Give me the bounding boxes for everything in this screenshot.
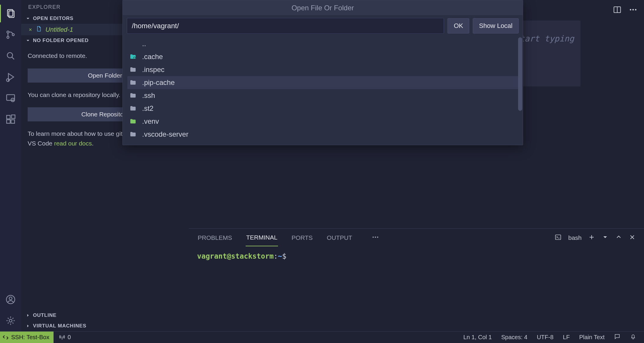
panel-close-icon[interactable]: [629, 234, 636, 242]
split-editor-icon[interactable]: [613, 5, 622, 15]
term-user: vagrant: [197, 252, 227, 260]
status-ports-item[interactable]: 0: [59, 334, 71, 341]
folder-icon: [129, 53, 137, 60]
status-remote-label: SSH: Test-Box: [11, 334, 49, 341]
status-language[interactable]: Plain Text: [579, 334, 605, 341]
svg-point-20: [372, 236, 374, 237]
tab-output[interactable]: OUTPUT: [326, 230, 353, 246]
open-file-item[interactable]: ..: [127, 37, 518, 50]
open-file-item-label: ..: [142, 40, 146, 48]
open-file-ok-button[interactable]: OK: [447, 18, 469, 34]
folder-icon: [129, 92, 137, 99]
svg-point-19: [635, 9, 636, 11]
svg-point-17: [630, 9, 631, 11]
svg-point-22: [377, 236, 378, 237]
panel-tabs: PROBLEMS TERMINAL PORTS OUTPUT bash: [189, 229, 644, 247]
svg-point-5: [7, 53, 13, 58]
terminal-profile-icon[interactable]: [555, 234, 562, 242]
status-eol[interactable]: LF: [563, 334, 570, 341]
open-file-item[interactable]: .inspec: [127, 63, 518, 76]
read-our-docs-link[interactable]: read our docs: [54, 140, 92, 147]
activity-search-icon[interactable]: [0, 45, 21, 66]
no-folder-label: NO FOLDER OPENED: [33, 38, 89, 43]
svg-point-15: [9, 319, 12, 322]
term-path: ~: [278, 252, 282, 260]
activity-source-control-icon[interactable]: [0, 24, 21, 45]
folder-icon: [129, 131, 137, 138]
virtual-machines-header[interactable]: VIRTUAL MACHINES: [21, 321, 189, 331]
svg-rect-10: [7, 120, 10, 123]
svg-rect-23: [555, 235, 561, 240]
open-file-dialog-title: Open File Or Folder: [123, 0, 523, 15]
term-symbol: $: [282, 252, 286, 260]
bottom-panel: PROBLEMS TERMINAL PORTS OUTPUT bash: [189, 228, 644, 331]
panel-more-icon[interactable]: [372, 233, 379, 242]
open-file-item[interactable]: .ssh: [127, 89, 518, 102]
status-ports-count: 0: [68, 334, 71, 341]
status-bell-icon[interactable]: [630, 333, 636, 341]
tab-terminal[interactable]: TERMINAL: [246, 229, 278, 246]
tab-problems[interactable]: PROBLEMS: [197, 230, 233, 246]
open-file-path-input[interactable]: [127, 18, 444, 34]
open-file-item-label: .ssh: [142, 91, 155, 100]
open-file-dialog: Open File Or Folder OK Show Local ...cac…: [122, 0, 523, 145]
status-remote-chip[interactable]: SSH: Test-Box: [0, 332, 54, 343]
virtual-machines-label: VIRTUAL MACHINES: [33, 323, 86, 329]
open-file-item[interactable]: .venv: [127, 115, 518, 128]
file-icon: [36, 26, 42, 34]
status-bar: SSH: Test-Box 0 Ln 1, Col 1 Spaces: 4 UT…: [0, 331, 644, 343]
svg-rect-11: [11, 120, 15, 123]
folder-icon: [129, 66, 137, 73]
outline-header[interactable]: OUTLINE: [21, 310, 189, 321]
open-file-show-local-button[interactable]: Show Local: [473, 18, 519, 34]
svg-point-3: [7, 36, 9, 38]
folder-icon: [129, 118, 137, 125]
status-encoding[interactable]: UTF-8: [537, 334, 554, 341]
terminal-shell-name[interactable]: bash: [568, 234, 582, 241]
svg-point-4: [12, 34, 14, 36]
open-file-item[interactable]: .cache: [127, 50, 518, 63]
close-file-icon[interactable]: ×: [29, 27, 32, 32]
panel-maximize-icon[interactable]: [615, 234, 622, 242]
activity-explorer-icon[interactable]: [0, 3, 21, 24]
open-file-listing: ...cache.inspec.pip-cache.ssh.st2.venv.v…: [123, 37, 523, 145]
status-lncol[interactable]: Ln 1, Col 1: [463, 334, 492, 341]
svg-point-14: [9, 297, 12, 300]
open-file-name: Untitled-1: [46, 26, 73, 34]
activity-remote-explorer-icon[interactable]: [0, 88, 21, 109]
svg-point-18: [633, 9, 634, 11]
svg-rect-9: [7, 116, 10, 119]
open-file-item[interactable]: .st2: [127, 102, 518, 115]
activity-extensions-icon[interactable]: [0, 109, 21, 130]
activity-bar: [0, 0, 21, 331]
folder-icon: [129, 105, 137, 112]
svg-rect-12: [11, 115, 15, 118]
open-file-item-label: .pip-cache: [142, 78, 175, 87]
activity-run-debug-icon[interactable]: [0, 66, 21, 88]
open-file-item-label: .venv: [142, 117, 159, 126]
terminal-body[interactable]: vagrant@stackstorm:~$: [189, 247, 644, 266]
more-actions-icon[interactable]: [629, 5, 638, 15]
outline-label: OUTLINE: [33, 312, 56, 318]
activity-account-icon[interactable]: [0, 289, 21, 310]
open-file-item[interactable]: .vscode-server: [127, 128, 518, 141]
open-file-item-label: .cache: [142, 53, 163, 61]
svg-point-2: [7, 31, 9, 33]
tab-ports[interactable]: PORTS: [291, 230, 313, 246]
open-file-scrollbar[interactable]: [518, 37, 522, 111]
open-file-item-label: .st2: [142, 104, 154, 113]
svg-point-21: [375, 236, 376, 237]
open-file-item-label: .vscode-server: [142, 130, 188, 138]
open-file-item[interactable]: .pip-cache: [127, 76, 518, 89]
open-editors-label: OPEN EDITORS: [33, 16, 74, 21]
antenna-icon: [59, 334, 65, 341]
activity-settings-icon[interactable]: [0, 310, 21, 331]
new-terminal-icon[interactable]: [588, 234, 595, 242]
status-feedback-icon[interactable]: [614, 333, 620, 341]
status-spaces[interactable]: Spaces: 4: [501, 334, 527, 341]
open-file-item-label: .inspec: [142, 66, 164, 74]
term-host: stackstorm: [231, 252, 274, 260]
folder-icon: [129, 79, 137, 86]
terminal-dropdown-icon[interactable]: [602, 234, 609, 242]
